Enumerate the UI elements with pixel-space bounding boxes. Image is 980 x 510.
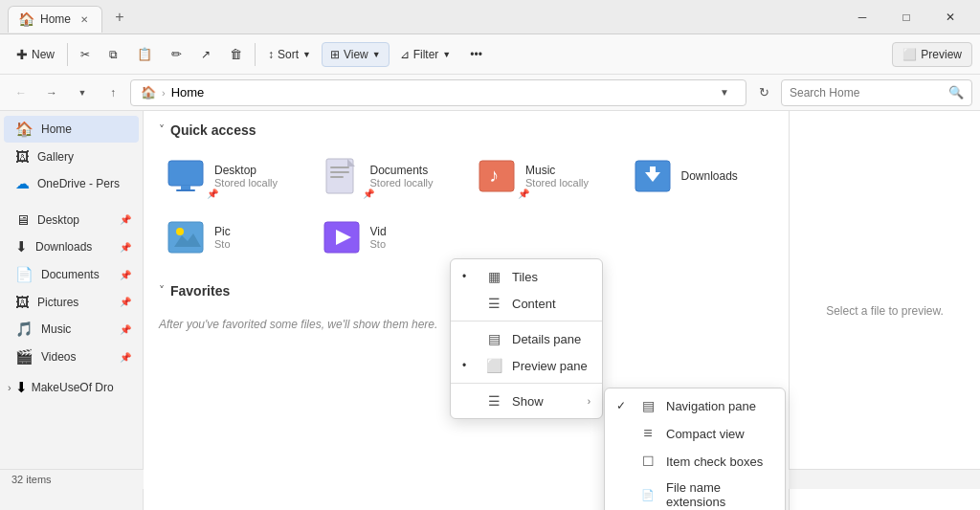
view-dropdown-icon: ▼ <box>372 50 381 59</box>
quick-access-chevron[interactable]: ˅ <box>159 123 165 137</box>
music-pin-icon: 📌 <box>120 324 131 335</box>
documents-pin-icon: 📌 <box>120 270 131 280</box>
sidebar-item-pictures[interactable]: 🖼 Pictures 📌 <box>4 289 139 315</box>
favorites-chevron[interactable]: ˅ <box>159 284 165 298</box>
svg-rect-5 <box>330 171 349 173</box>
rename-button[interactable]: ✏ <box>163 41 190 67</box>
view-dropdown: • ▦ Tiles ☰ Content ▤ Details pane • ⬜ <box>450 258 603 419</box>
back-button[interactable]: ← <box>8 79 34 106</box>
view-menu-tiles[interactable]: • ▦ Tiles <box>451 263 602 290</box>
filter-button[interactable]: ⊿ Filter ▼ <box>391 42 460 67</box>
show-label: Show <box>512 394 578 409</box>
sidebar-item-onedrive[interactable]: ☁ OneDrive - Pers <box>4 170 139 197</box>
sidebar-desktop-label: Desktop <box>37 213 112 227</box>
share-icon: ↗ <box>201 48 211 61</box>
cut-button[interactable]: ✂ <box>72 42 99 67</box>
more-button[interactable]: ••• <box>461 42 491 67</box>
desktop-pin-icon: 📌 <box>120 214 131 225</box>
submenu-nav-pane[interactable]: ✓ ▤ Navigation pane <box>605 392 785 419</box>
music-file-info: Music Stored locally <box>525 164 611 188</box>
refresh-button[interactable]: ↻ <box>750 79 777 106</box>
copy-button[interactable]: ⧉ <box>100 42 126 67</box>
item-checkboxes-label: Item check boxes <box>666 455 773 469</box>
sidebar-item-home[interactable]: 🏠 Home <box>4 116 139 143</box>
search-input[interactable] <box>790 86 943 100</box>
view-divider-1 <box>451 321 602 322</box>
view-menu-details-pane[interactable]: ▤ Details pane <box>451 325 602 352</box>
sidebar-onedrive-label: OneDrive - Pers <box>37 177 131 190</box>
sidebar-videos-label: Videos <box>41 350 112 364</box>
new-tab-button[interactable]: + <box>106 4 133 31</box>
quick-access-title: Quick access <box>170 122 256 138</box>
maximize-button[interactable]: □ <box>884 0 928 34</box>
home-tab[interactable]: 🏠 Home ✕ <box>8 6 102 33</box>
delete-icon: 🗑 <box>230 47 242 61</box>
downloads-file-icon <box>634 157 672 195</box>
view-menu-content[interactable]: ☰ Content <box>451 290 602 317</box>
address-right: ▼ <box>713 79 736 106</box>
pictures-sidebar-icon: 🖼 <box>15 294 30 310</box>
file-item-videos[interactable]: Vid Sto <box>315 211 463 264</box>
address-path: Home <box>171 85 205 100</box>
file-item-music[interactable]: ♪ Music Stored locally 📌 <box>470 149 618 203</box>
up-button[interactable]: ↑ <box>100 79 126 106</box>
paste-button[interactable]: 📋 <box>128 41 161 67</box>
home-tab-close[interactable]: ✕ <box>77 12 92 27</box>
music-file-sub: Stored locally <box>525 177 611 188</box>
rename-icon: ✏ <box>171 47 182 61</box>
svg-rect-12 <box>168 222 203 253</box>
toolbar-sep-1 <box>67 43 68 66</box>
status-bar: 32 items <box>0 469 144 489</box>
details-pane-icon: ▤ <box>485 331 502 346</box>
sidebar-item-documents[interactable]: 📄 Documents 📌 <box>4 261 139 288</box>
pictures-file-sub: Sto <box>214 238 300 250</box>
file-item-desktop[interactable]: Desktop Stored locally 📌 <box>159 149 307 203</box>
svg-point-14 <box>176 228 184 235</box>
preview-pane-check: • <box>462 359 476 372</box>
nav-pane-icon: ▤ <box>639 398 657 413</box>
delete-button[interactable]: 🗑 <box>221 41 251 67</box>
submenu-item-checkboxes[interactable]: ☐ Item check boxes <box>605 448 785 475</box>
search-bar[interactable]: 🔍 <box>781 79 972 106</box>
sort-label: Sort <box>278 48 299 61</box>
svg-rect-0 <box>168 161 203 186</box>
toolbar: ✚ New ✂ ⧉ 📋 ✏ ↗ 🗑 ↕ Sort ▼ ⊞ View ▼ ⊿ Fi… <box>0 34 980 75</box>
sort-button[interactable]: ↕ Sort ▼ <box>259 42 320 67</box>
share-button[interactable]: ↗ <box>192 42 219 67</box>
close-button[interactable]: ✕ <box>928 0 972 34</box>
file-item-downloads[interactable]: Downloads <box>626 149 774 203</box>
title-bar: 🏠 Home ✕ + ─ □ ✕ <box>0 0 980 34</box>
desktop-file-pin: 📌 <box>207 188 218 199</box>
minimize-button[interactable]: ─ <box>840 0 884 34</box>
music-file-pin: 📌 <box>518 188 529 199</box>
new-button[interactable]: ✚ New <box>8 41 63 68</box>
desktop-file-name: Desktop <box>214 164 300 177</box>
tiles-icon: ▦ <box>485 269 502 284</box>
preview-label: Preview <box>921 48 962 61</box>
file-item-pictures[interactable]: Pic Sto <box>159 211 307 264</box>
sidebar-item-desktop[interactable]: 🖥 Desktop 📌 <box>4 207 139 233</box>
up-dropdown-icon: ▼ <box>78 88 87 98</box>
sidebar-item-videos[interactable]: 🎬 Videos 📌 <box>4 344 139 370</box>
sidebar-more-group[interactable]: › ⬇ MakeUseOf Dro <box>0 375 143 400</box>
up-dropdown-button[interactable]: ▼ <box>69 79 96 106</box>
window-controls: ─ □ ✕ <box>840 0 972 34</box>
sidebar-more-expand-icon: › <box>8 382 11 393</box>
submenu-file-extensions[interactable]: 📄 File name extensions <box>605 475 785 510</box>
main-area: 🏠 Home 🖼 Gallery ☁ OneDrive - Pers 🖥 Des… <box>0 111 980 510</box>
status-count: 32 items <box>11 474 52 485</box>
submenu-compact-view[interactable]: ≡ Compact view <box>605 419 785 448</box>
preview-button[interactable]: ⬜ Preview <box>892 42 972 67</box>
address-bar[interactable]: 🏠 › Home ▼ <box>130 79 746 106</box>
address-dropdown-button[interactable]: ▼ <box>713 79 736 106</box>
file-item-documents[interactable]: Documents Stored locally 📌 <box>315 149 463 203</box>
sidebar-item-gallery[interactable]: 🖼 Gallery <box>4 144 139 169</box>
svg-rect-1 <box>181 186 190 189</box>
documents-file-icon <box>323 157 361 195</box>
sidebar-item-music[interactable]: 🎵 Music 📌 <box>4 316 139 343</box>
view-menu-preview-pane[interactable]: • ⬜ Preview pane <box>451 352 602 379</box>
view-button[interactable]: ⊞ View ▼ <box>322 42 390 67</box>
forward-button[interactable]: → <box>38 79 65 106</box>
view-menu-show[interactable]: ☰ Show › ✓ ▤ Navigation pane ≡ Compac <box>451 388 602 414</box>
sidebar-item-downloads[interactable]: ⬇ Downloads 📌 <box>4 233 139 260</box>
